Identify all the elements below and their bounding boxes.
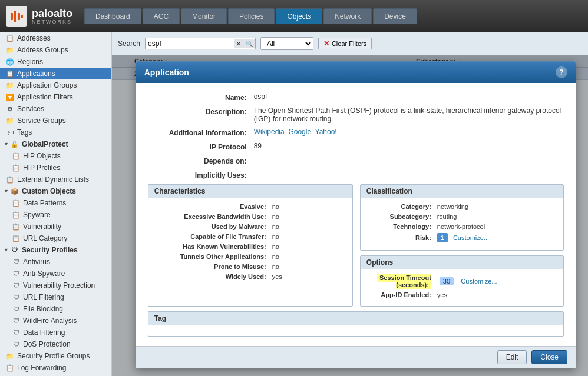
sidebar-item-applications[interactable]: 📋 Applications [0, 68, 111, 79]
sidebar-item-authentication[interactable]: 📋 Authentication [0, 374, 111, 376]
search-bar: Search × 🔍 All ✕ Clear Filters [112, 32, 588, 55]
description-label: Description: [148, 107, 254, 116]
options-title: Options [361, 256, 563, 269]
tab-dashboard[interactable]: Dashboard [84, 8, 141, 24]
link-yahoo[interactable]: Yahoo! [315, 128, 337, 136]
edit-button[interactable]: Edit [497, 350, 527, 364]
top-bar: paloalto NETWORKS Dashboard ACC Monitor … [0, 0, 588, 32]
sidebar-item-file-blocking[interactable]: 🛡 File Blocking [0, 303, 111, 315]
sidebar-item-url-category[interactable]: 📋 URL Category [0, 232, 111, 244]
logo-sub: NETWORKS [32, 19, 72, 25]
sidebar-label-antivirus: Antivirus [23, 258, 50, 266]
search-clear-button[interactable]: × [234, 39, 243, 48]
link-google[interactable]: Google [288, 128, 311, 136]
tab-monitor[interactable]: Monitor [181, 8, 227, 24]
tag-body [148, 325, 563, 336]
hip-objects-icon: 📋 [12, 152, 20, 160]
char-known-vuln: Has Known Vulnerabilities: no [154, 243, 346, 250]
tab-device[interactable]: Device [373, 8, 417, 24]
sidebar-item-dos-protection[interactable]: 🛡 DoS Protection [0, 338, 111, 350]
sidebar-item-url-filtering[interactable]: 🛡 URL Filtering [0, 291, 111, 303]
sidebar-item-application-filters[interactable]: 🔽 Application Filters [0, 91, 111, 103]
application-modal: Application ? Name: ospf Description: [136, 61, 576, 368]
timeout-value-badge: 30 [440, 277, 454, 285]
classification-section: Classification Category: networking Subc… [360, 184, 564, 251]
tab-objects[interactable]: Objects [276, 8, 322, 24]
category-filter-select[interactable]: All [260, 37, 313, 50]
risk-customize-link[interactable]: Customize... [453, 234, 489, 241]
char-widely-used: Widely Used: yes [154, 273, 346, 280]
tab-policies[interactable]: Policies [228, 8, 275, 24]
sidebar-group-globalprotect[interactable]: ▼ 🔒 GlobalProtect [0, 138, 111, 150]
sidebar-label-anti-spyware: Anti-Spyware [23, 269, 65, 278]
sidebar-item-log-forwarding[interactable]: 📋 Log Forwarding [0, 362, 111, 374]
sidebar-item-regions[interactable]: 🌐 Regions [0, 56, 111, 68]
sidebar-item-tags[interactable]: 🏷 Tags [0, 127, 111, 138]
char-used-by-malware: Used by Malware: no [154, 223, 346, 230]
sidebar-item-data-patterns[interactable]: 📋 Data Patterns [0, 197, 111, 209]
sidebar-item-hip-objects[interactable]: 📋 HIP Objects [0, 150, 111, 162]
sidebar-label-security-profile-groups: Security Profile Groups [17, 352, 90, 360]
file-blocking-icon: 🛡 [12, 305, 20, 313]
char-excessive-bw-label: Excessive Bandwidth Use: [154, 213, 272, 220]
search-submit-button[interactable]: 🔍 [243, 39, 255, 48]
addresses-icon: 📋 [6, 34, 14, 42]
sidebar-item-hip-profiles[interactable]: 📋 HIP Profiles [0, 162, 111, 174]
service-groups-icon: 📁 [6, 117, 14, 125]
sidebar-item-vulnerability-protection[interactable]: 🛡 Vulnerability Protection [0, 279, 111, 291]
close-button[interactable]: Close [531, 350, 567, 364]
sidebar-item-spyware[interactable]: 📋 Spyware [0, 209, 111, 221]
char-tunnels: Tunnels Other Applications: no [154, 253, 346, 260]
additional-info-links: Wikipedia Google Yahoo! [254, 128, 564, 136]
tab-acc[interactable]: ACC [143, 8, 180, 24]
sidebar-item-services[interactable]: ⚙ Services [0, 103, 111, 115]
options-session-timeout-label: Session Timeout (seconds): [366, 274, 437, 288]
sidebar-item-antivirus[interactable]: 🛡 Antivirus [0, 256, 111, 268]
log-forwarding-icon: 📋 [6, 364, 14, 372]
name-row: Name: ospf [148, 92, 564, 102]
sidebar-item-vulnerability[interactable]: 📋 Vulnerability [0, 221, 111, 232]
class-risk-label: Risk: [366, 234, 437, 241]
sidebar-label-tags: Tags [17, 128, 32, 137]
globalprotect-arrow: ▼ [4, 141, 9, 147]
clear-filters-button[interactable]: ✕ Clear Filters [318, 38, 372, 49]
sidebar-item-address-groups[interactable]: 📁 Address Groups [0, 44, 111, 56]
sidebar-item-external-dynamic-lists[interactable]: 📋 External Dynamic Lists [0, 174, 111, 185]
globalprotect-icon: 🔒 [11, 140, 19, 148]
sidebar-item-addresses[interactable]: 📋 Addresses [0, 32, 111, 44]
two-col-section: Characteristics Evasive: no Excessive Ba… [148, 184, 564, 307]
depends-on-row: Depends on: [148, 156, 564, 165]
services-icon: ⚙ [6, 105, 14, 113]
search-input[interactable] [146, 38, 234, 49]
search-input-wrap: × 🔍 [145, 38, 256, 49]
tab-network[interactable]: Network [323, 8, 372, 24]
char-excessive-bw-value: no [272, 213, 279, 220]
modal-body: Name: ospf Description: The Open Shortes… [136, 83, 576, 346]
sidebar-item-wildfire-analysis[interactable]: 🛡 WildFire Analysis [0, 315, 111, 327]
clear-filters-icon: ✕ [323, 39, 329, 48]
tag-title: Tag [148, 312, 563, 325]
custom-objects-icon: 📦 [11, 187, 19, 195]
classification-title: Classification [361, 185, 563, 198]
sidebar-group-custom-objects[interactable]: ▼ 📦 Custom Objects [0, 185, 111, 197]
sidebar-item-application-groups[interactable]: 📁 Application Groups [0, 79, 111, 91]
additional-info-row: Additional Information: Wikipedia Google… [148, 128, 564, 137]
options-customize-link[interactable]: Customize... [461, 278, 497, 285]
class-subcategory: Subcategory: routing [366, 213, 557, 220]
char-evasive-label: Evasive: [154, 203, 272, 210]
sidebar-item-security-profile-groups[interactable]: 📁 Security Profile Groups [0, 350, 111, 362]
description-row: Description: The Open Shortest Path Firs… [148, 107, 564, 123]
spg-icon: 📁 [6, 352, 14, 360]
char-used-by-malware-value: no [272, 223, 279, 230]
logo-text-group: paloalto NETWORKS [32, 8, 72, 25]
char-file-transfer-label: Capable of File Transfer: [154, 233, 272, 240]
sidebar-item-service-groups[interactable]: 📁 Service Groups [0, 115, 111, 127]
sidebar-item-data-filtering[interactable]: 🛡 Data Filtering [0, 327, 111, 338]
modal-help-button[interactable]: ? [556, 66, 567, 78]
ip-protocol-value: 89 [254, 142, 564, 150]
url-filtering-icon: 🛡 [12, 293, 20, 301]
sidebar-label-services: Services [17, 105, 44, 113]
sidebar-group-security-profiles[interactable]: ▼ 🛡 Security Profiles [0, 244, 111, 256]
link-wikipedia[interactable]: Wikipedia [254, 128, 285, 136]
sidebar-item-anti-spyware[interactable]: 🛡 Anti-Spyware [0, 268, 111, 279]
